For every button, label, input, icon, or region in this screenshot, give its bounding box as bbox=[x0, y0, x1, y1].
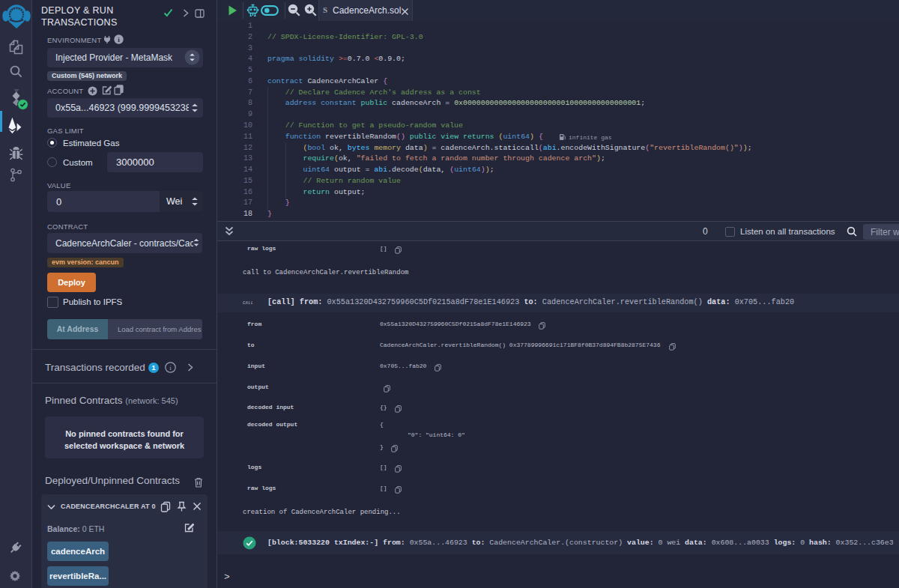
svg-text:i: i bbox=[169, 364, 172, 372]
